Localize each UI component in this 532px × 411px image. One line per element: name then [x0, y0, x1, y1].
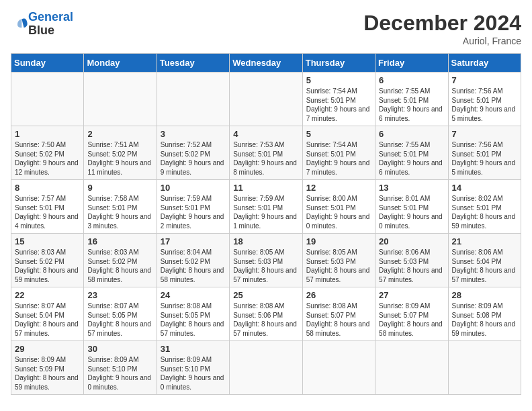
day-number: 5: [306, 75, 371, 85]
calendar-header-saturday: Saturday: [448, 54, 521, 73]
month-title: December 2024: [363, 11, 521, 36]
calendar-cell: 31Sunrise: 8:09 AMSunset: 5:10 PMDayligh…: [157, 341, 229, 395]
calendar-cell: 7Sunrise: 7:56 AMSunset: 5:01 PMDaylight…: [448, 126, 521, 180]
day-number: 6: [379, 75, 444, 85]
day-info: Sunrise: 8:09 AMSunset: 5:10 PMDaylight:…: [161, 355, 226, 392]
day-number: 5: [306, 129, 371, 139]
day-number: 19: [306, 236, 371, 246]
calendar-week-row: 5Sunrise: 7:54 AMSunset: 5:01 PMDaylight…: [11, 73, 521, 126]
day-number: 24: [161, 290, 226, 300]
day-info: Sunrise: 7:55 AMSunset: 5:01 PMDaylight:…: [379, 140, 444, 177]
day-number: 23: [87, 290, 152, 300]
calendar-cell: 18Sunrise: 8:05 AMSunset: 5:03 PMDayligh…: [230, 234, 302, 287]
calendar-cell: [375, 341, 448, 395]
day-info: Sunrise: 8:03 AMSunset: 5:02 PMDaylight:…: [87, 248, 152, 284]
calendar-header-friday: Friday: [375, 54, 448, 73]
day-info: Sunrise: 7:54 AMSunset: 5:01 PMDaylight:…: [306, 140, 371, 177]
day-number: 26: [306, 290, 371, 300]
calendar-cell: 20Sunrise: 8:06 AMSunset: 5:03 PMDayligh…: [375, 234, 448, 287]
calendar-cell: 21Sunrise: 8:06 AMSunset: 5:04 PMDayligh…: [448, 234, 521, 287]
calendar-cell: [302, 341, 375, 395]
calendar-cell: 2Sunrise: 7:51 AMSunset: 5:02 PMDaylight…: [84, 126, 157, 180]
day-info: Sunrise: 8:09 AMSunset: 5:10 PMDaylight:…: [87, 355, 152, 392]
calendar-header-monday: Monday: [84, 54, 157, 73]
day-info: Sunrise: 7:56 AMSunset: 5:01 PMDaylight:…: [452, 140, 517, 177]
day-info: Sunrise: 8:07 AMSunset: 5:04 PMDaylight:…: [15, 302, 80, 338]
day-info: Sunrise: 8:01 AMSunset: 5:01 PMDaylight:…: [379, 194, 444, 230]
day-number: 2: [87, 129, 152, 139]
day-info: Sunrise: 8:09 AMSunset: 5:07 PMDaylight:…: [379, 302, 444, 338]
calendar-cell: 3Sunrise: 7:52 AMSunset: 5:02 PMDaylight…: [157, 126, 229, 180]
calendar-cell: [230, 341, 302, 395]
calendar-header-sunday: Sunday: [11, 54, 84, 73]
day-number: 7: [452, 129, 517, 139]
calendar-week-row: 15Sunrise: 8:03 AMSunset: 5:02 PMDayligh…: [11, 234, 521, 287]
day-info: Sunrise: 8:09 AMSunset: 5:08 PMDaylight:…: [452, 302, 517, 338]
calendar-cell: [84, 73, 157, 126]
day-number: 30: [87, 344, 152, 354]
day-info: Sunrise: 8:04 AMSunset: 5:02 PMDaylight:…: [161, 248, 226, 284]
day-number: 7: [452, 75, 517, 85]
day-number: 9: [87, 183, 152, 193]
day-info: Sunrise: 7:59 AMSunset: 5:01 PMDaylight:…: [161, 194, 226, 230]
logo-icon: [12, 15, 28, 31]
calendar-cell: 23Sunrise: 8:07 AMSunset: 5:05 PMDayligh…: [84, 287, 157, 341]
calendar-cell: [157, 73, 229, 126]
calendar-cell: 10Sunrise: 7:59 AMSunset: 5:01 PMDayligh…: [157, 180, 229, 234]
logo: GeneralBlue: [11, 11, 73, 38]
day-number: 25: [233, 290, 298, 300]
calendar-header-wednesday: Wednesday: [230, 54, 302, 73]
calendar-cell: 5Sunrise: 7:54 AMSunset: 5:01 PMDaylight…: [302, 126, 375, 180]
day-number: 27: [379, 290, 444, 300]
day-number: 3: [161, 129, 226, 139]
day-number: 29: [15, 344, 80, 354]
calendar-cell: 19Sunrise: 8:05 AMSunset: 5:03 PMDayligh…: [302, 234, 375, 287]
day-number: 18: [233, 236, 298, 246]
day-info: Sunrise: 7:53 AMSunset: 5:01 PMDaylight:…: [233, 140, 298, 177]
calendar-cell: 11Sunrise: 7:59 AMSunset: 5:01 PMDayligh…: [230, 180, 302, 234]
day-number: 12: [306, 183, 371, 193]
title-area: December 2024 Auriol, France: [363, 11, 521, 46]
day-info: Sunrise: 8:06 AMSunset: 5:04 PMDaylight:…: [452, 248, 517, 284]
calendar-cell: 17Sunrise: 8:04 AMSunset: 5:02 PMDayligh…: [157, 234, 229, 287]
calendar-week-row: 29Sunrise: 8:09 AMSunset: 5:09 PMDayligh…: [11, 341, 521, 395]
calendar-week-row: 8Sunrise: 7:57 AMSunset: 5:01 PMDaylight…: [11, 180, 521, 234]
day-number: 11: [233, 183, 298, 193]
calendar-cell: [448, 341, 521, 395]
day-info: Sunrise: 8:09 AMSunset: 5:09 PMDaylight:…: [15, 355, 80, 392]
calendar-cell: 30Sunrise: 8:09 AMSunset: 5:10 PMDayligh…: [84, 341, 157, 395]
calendar-cell: 16Sunrise: 8:03 AMSunset: 5:02 PMDayligh…: [84, 234, 157, 287]
day-number: 4: [233, 129, 298, 139]
calendar-cell: 5Sunrise: 7:54 AMSunset: 5:01 PMDaylight…: [302, 73, 375, 126]
day-number: 17: [161, 236, 226, 246]
calendar-cell: 1Sunrise: 7:50 AMSunset: 5:02 PMDaylight…: [11, 126, 84, 180]
day-info: Sunrise: 7:59 AMSunset: 5:01 PMDaylight:…: [233, 194, 298, 230]
calendar-cell: [11, 73, 84, 126]
calendar-cell: 24Sunrise: 8:08 AMSunset: 5:05 PMDayligh…: [157, 287, 229, 341]
day-number: 14: [452, 183, 517, 193]
calendar-week-row: 1Sunrise: 7:50 AMSunset: 5:02 PMDaylight…: [11, 126, 521, 180]
calendar-cell: 22Sunrise: 8:07 AMSunset: 5:04 PMDayligh…: [11, 287, 84, 341]
calendar-cell: 7Sunrise: 7:56 AMSunset: 5:01 PMDaylight…: [448, 73, 521, 126]
day-info: Sunrise: 8:07 AMSunset: 5:05 PMDaylight:…: [87, 302, 152, 338]
calendar-cell: 28Sunrise: 8:09 AMSunset: 5:08 PMDayligh…: [448, 287, 521, 341]
day-info: Sunrise: 8:08 AMSunset: 5:07 PMDaylight:…: [306, 302, 371, 338]
day-number: 22: [15, 290, 80, 300]
calendar-cell: [230, 73, 302, 126]
day-info: Sunrise: 7:56 AMSunset: 5:01 PMDaylight:…: [452, 87, 517, 123]
calendar-cell: 6Sunrise: 7:55 AMSunset: 5:01 PMDaylight…: [375, 126, 448, 180]
calendar-cell: 9Sunrise: 7:58 AMSunset: 5:01 PMDaylight…: [84, 180, 157, 234]
day-info: Sunrise: 7:52 AMSunset: 5:02 PMDaylight:…: [161, 140, 226, 177]
calendar-cell: 25Sunrise: 8:08 AMSunset: 5:06 PMDayligh…: [230, 287, 302, 341]
day-number: 20: [379, 236, 444, 246]
day-info: Sunrise: 8:02 AMSunset: 5:01 PMDaylight:…: [452, 194, 517, 230]
day-info: Sunrise: 7:57 AMSunset: 5:01 PMDaylight:…: [15, 194, 80, 230]
day-number: 6: [379, 129, 444, 139]
day-number: 13: [379, 183, 444, 193]
day-info: Sunrise: 8:03 AMSunset: 5:02 PMDaylight:…: [15, 248, 80, 284]
day-info: Sunrise: 7:58 AMSunset: 5:01 PMDaylight:…: [87, 194, 152, 230]
day-number: 28: [452, 290, 517, 300]
calendar-cell: 15Sunrise: 8:03 AMSunset: 5:02 PMDayligh…: [11, 234, 84, 287]
calendar-week-row: 22Sunrise: 8:07 AMSunset: 5:04 PMDayligh…: [11, 287, 521, 341]
calendar-cell: 13Sunrise: 8:01 AMSunset: 5:01 PMDayligh…: [375, 180, 448, 234]
